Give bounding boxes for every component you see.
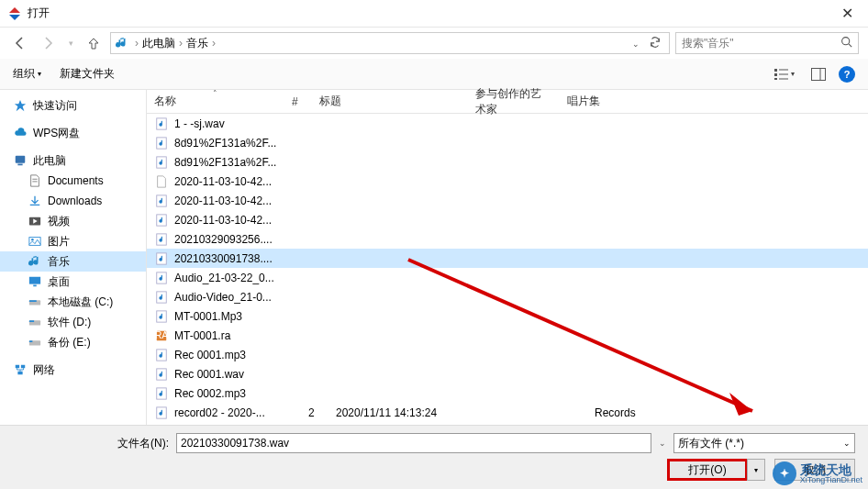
file-row[interactable]: MT-0001.Mp3: [147, 306, 868, 326]
search-icon: [840, 36, 852, 50]
tree-network[interactable]: 网络: [0, 360, 146, 380]
recent-dropdown[interactable]: ▾: [64, 32, 77, 54]
file-row[interactable]: RAMT-0001.ra: [147, 326, 868, 345]
file-type-icon: [154, 251, 169, 266]
file-name: Audio_21-03-22_0...: [174, 272, 303, 284]
tree-backup-e[interactable]: 备份 (E:): [0, 332, 146, 352]
file-type-icon: [154, 386, 169, 401]
file-name: 2020-11-03-10-42...: [174, 175, 303, 188]
file-type-icon: [154, 174, 169, 189]
cloud-icon: [13, 126, 28, 140]
svg-rect-29: [16, 365, 19, 369]
col-name[interactable]: ˄ 名称: [147, 90, 284, 113]
desktop-icon: [28, 274, 42, 289]
file-type-icon: [154, 290, 169, 305]
tree-documents[interactable]: Documents: [0, 171, 146, 191]
video-icon: [28, 214, 42, 228]
view-mode-button[interactable]: ▾: [770, 66, 798, 83]
watermark-icon: ✦: [773, 461, 796, 485]
download-icon: [28, 194, 42, 208]
file-row[interactable]: 20210330091738....: [147, 249, 868, 268]
file-row[interactable]: Rec 0001.wav: [147, 364, 868, 383]
help-button[interactable]: ?: [839, 66, 855, 83]
svg-marker-12: [15, 100, 26, 111]
drive-icon: [28, 335, 42, 350]
file-name: 8d91%2F131a%2F...: [174, 156, 303, 169]
file-name: 20210330091738....: [174, 252, 303, 265]
col-artist[interactable]: 参与创作的艺术家: [468, 90, 560, 113]
navigation-tree: 快速访问 WPS网盘 此电脑 Documents Downloads 视频 图片: [0, 90, 147, 425]
file-type-icon: [154, 367, 169, 382]
tree-desktop[interactable]: 桌面: [0, 272, 146, 292]
file-list[interactable]: 1 - -sj.wav8d91%2F131a%2F...8d91%2F131a%…: [147, 114, 868, 425]
file-type-icon: [154, 348, 169, 362]
file-name: MT-0001.ra: [174, 329, 303, 342]
file-type-icon: [154, 271, 169, 285]
file-row[interactable]: 20210329093256....: [147, 229, 868, 249]
svg-rect-26: [29, 320, 34, 322]
file-name: Audio-Video_21-0...: [174, 291, 303, 304]
tree-downloads[interactable]: Downloads: [0, 191, 146, 211]
file-row[interactable]: Audio-Video_21-0...: [147, 287, 868, 306]
file-row[interactable]: Audio_21-03-22_0...: [147, 268, 868, 287]
tree-wps[interactable]: WPS网盘: [0, 123, 146, 143]
organize-menu[interactable]: 组织 ▾: [13, 66, 41, 82]
file-row[interactable]: 2020-11-03-10-42...: [147, 172, 868, 191]
window-title: 打开: [28, 6, 834, 21]
file-type-filter[interactable]: 所有文件 (*.*)⌄: [673, 433, 855, 453]
col-album[interactable]: 唱片集: [560, 90, 651, 113]
file-row[interactable]: 2020-11-03-10-42...: [147, 210, 868, 229]
file-row[interactable]: 2020-11-03-10-42...: [147, 191, 868, 210]
address-bar[interactable]: › 此电脑 › 音乐 › ⌄: [110, 32, 670, 54]
file-type-icon: [154, 213, 169, 228]
svg-line-3: [849, 44, 851, 47]
file-name: 1 - -sj.wav: [174, 117, 303, 130]
refresh-button[interactable]: [645, 36, 665, 51]
svg-rect-5: [774, 73, 777, 76]
address-dropdown[interactable]: ⌄: [629, 37, 643, 50]
crumb-music[interactable]: 音乐: [186, 36, 208, 51]
tree-music[interactable]: 音乐: [0, 251, 146, 272]
crumb-this-pc[interactable]: 此电脑: [142, 36, 175, 51]
file-row[interactable]: 8d91%2F131a%2F...: [147, 133, 868, 152]
watermark-title: 系统天地: [800, 463, 862, 476]
filename-label: 文件名(N):: [13, 436, 169, 451]
svg-rect-31: [17, 372, 22, 375]
music-folder-icon: [115, 36, 129, 50]
search-input[interactable]: 搜索"音乐": [675, 32, 859, 54]
file-track-num: 2: [308, 406, 330, 419]
network-icon: [13, 362, 28, 377]
file-row[interactable]: record02 - 2020-...22020/11/11 14:13:24R…: [147, 403, 868, 422]
file-row[interactable]: 8d91%2F131a%2F...: [147, 152, 868, 172]
file-row[interactable]: Rec 0002.mp3: [147, 383, 868, 403]
filename-input[interactable]: [176, 433, 651, 453]
file-name: Rec 0001.mp3: [174, 349, 303, 361]
open-button[interactable]: 打开(O): [667, 459, 748, 481]
tree-soft-d[interactable]: 软件 (D:): [0, 312, 146, 332]
tree-quick-access[interactable]: 快速访问: [0, 95, 146, 116]
file-type-icon: [154, 406, 169, 420]
file-type-icon: [154, 136, 169, 150]
music-icon: [28, 254, 42, 269]
file-type-icon: RA: [154, 328, 169, 343]
col-title[interactable]: 标题: [312, 90, 468, 113]
svg-rect-10: [812, 68, 826, 80]
open-dropdown[interactable]: ▾: [747, 459, 765, 481]
tree-pictures[interactable]: 图片: [0, 231, 146, 251]
svg-rect-30: [21, 365, 25, 369]
close-button[interactable]: ✕: [834, 5, 861, 22]
forward-button[interactable]: [37, 32, 59, 54]
tree-this-pc[interactable]: 此电脑: [0, 150, 146, 171]
up-button[interactable]: [83, 32, 105, 54]
file-name: 2020-11-03-10-42...: [174, 214, 303, 227]
breadcrumb[interactable]: › 此电脑 › 音乐 ›: [133, 36, 629, 51]
back-button[interactable]: [9, 32, 31, 54]
preview-pane-button[interactable]: [807, 66, 829, 83]
tree-videos[interactable]: 视频: [0, 211, 146, 231]
column-headers[interactable]: ˄ 名称 # 标题 参与创作的艺术家 唱片集: [147, 90, 868, 114]
col-number[interactable]: #: [284, 90, 312, 113]
svg-point-2: [842, 38, 850, 45]
new-folder-button[interactable]: 新建文件夹: [60, 66, 115, 82]
tree-local-c[interactable]: 本地磁盘 (C:): [0, 292, 146, 312]
file-row[interactable]: Rec 0001.mp3: [147, 345, 868, 364]
